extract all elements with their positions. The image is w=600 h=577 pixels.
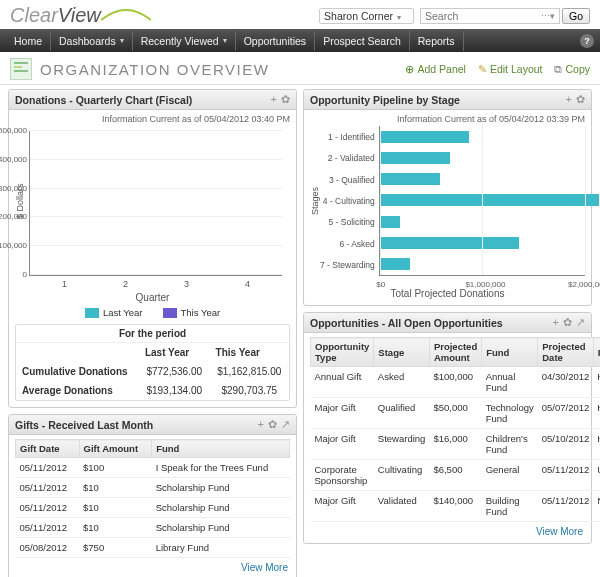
table-row: Cumulative Donations$772,536.00$1,162,81… xyxy=(16,362,289,381)
arrow-icon[interactable]: ↗ xyxy=(576,316,585,329)
col-stage[interactable]: Stage xyxy=(374,338,430,367)
gifts-table: Gift Date Gift Amount Fund 05/11/2012$10… xyxy=(15,439,290,558)
table-row[interactable]: 05/11/2012$100I Speak for the Trees Fund xyxy=(16,458,290,478)
legend-this-year: This Year xyxy=(163,307,221,318)
plus-icon: ⊕ xyxy=(405,63,414,76)
panel-donations: Donations - Quarterly Chart (Fiscal) +✿ … xyxy=(8,89,297,408)
main-nav: Home Dashboards▾ Recently Viewed▾ Opport… xyxy=(0,29,600,52)
table-row[interactable]: Major GiftStewarding$16,000Children's Fu… xyxy=(311,429,601,460)
donations-summary-table: For the period Last YearThis Year Cumula… xyxy=(15,324,290,401)
user-name: Sharon Corner xyxy=(324,10,393,22)
page-title: ORGANIZATION OVERVIEW xyxy=(40,61,269,78)
gear-icon[interactable]: ✿ xyxy=(281,93,290,106)
panel-header: Gifts - Received Last Month +✿↗ xyxy=(9,415,296,435)
dashboard: Donations - Quarterly Chart (Fiscal) +✿ … xyxy=(0,85,600,577)
chart-plot: 0100,000200,000300,000400,000500,0001234 xyxy=(29,131,282,276)
info-current: Information Current as of 05/04/2012 03:… xyxy=(15,114,290,124)
col-amount[interactable]: Projected Amount xyxy=(429,338,481,367)
view-more-link[interactable]: View More xyxy=(15,558,290,573)
col-fund[interactable]: Fund xyxy=(152,440,290,458)
panel-header: Donations - Quarterly Chart (Fiscal) +✿ xyxy=(9,90,296,110)
view-more-link[interactable]: View More xyxy=(310,522,585,537)
y-axis-label: Stages xyxy=(310,187,320,215)
panel-open-opportunities: Opportunities - All Open Opportunities +… xyxy=(303,312,592,544)
left-column: Donations - Quarterly Chart (Fiscal) +✿ … xyxy=(8,89,297,577)
table-row: Average Donations$193,134.00$290,703.75 xyxy=(16,381,289,400)
open-opportunities-table: Opportunity Type Stage Projected Amount … xyxy=(310,337,600,522)
col-gift-amount[interactable]: Gift Amount xyxy=(79,440,152,458)
table-row[interactable]: Major GiftValidated$140,000Building Fund… xyxy=(311,491,601,522)
col-gift-date[interactable]: Gift Date xyxy=(16,440,80,458)
header-controls: Sharon Corner ⋯▾ Go xyxy=(319,8,590,24)
nav-opportunities[interactable]: Opportunities xyxy=(236,31,315,51)
summary-period: For the period xyxy=(16,325,289,343)
x-axis-label: Quarter xyxy=(15,292,290,303)
panel-header: Opportunity Pipeline by Stage +✿ xyxy=(304,90,591,110)
gear-icon[interactable]: ✿ xyxy=(563,316,572,329)
panel-title: Gifts - Received Last Month xyxy=(15,419,258,431)
nav-home[interactable]: Home xyxy=(6,31,51,51)
user-dropdown[interactable]: Sharon Corner xyxy=(319,8,414,24)
edit-layout-button[interactable]: ✎Edit Layout xyxy=(478,63,543,76)
panel-gifts: Gifts - Received Last Month +✿↗ Gift Dat… xyxy=(8,414,297,577)
table-row[interactable]: Major GiftQualified$50,000Technology Fun… xyxy=(311,398,601,429)
panel-header: Opportunities - All Open Opportunities +… xyxy=(304,313,591,333)
add-icon[interactable]: + xyxy=(271,93,277,106)
table-row[interactable]: 05/11/2012$10Scholarship Fund xyxy=(16,478,290,498)
table-row[interactable]: Corporate SponsorshipCultivating$6,500Ge… xyxy=(311,460,601,491)
gear-icon[interactable]: ✿ xyxy=(268,418,277,431)
arrow-icon[interactable]: ↗ xyxy=(281,418,290,431)
x-axis-label: Total Projected Donations xyxy=(310,288,585,299)
chart-plot: $0$1,000,000$2,000,000 xyxy=(379,126,585,276)
add-icon[interactable]: + xyxy=(566,93,572,106)
col-type[interactable]: Opportunity Type xyxy=(311,338,374,367)
right-column: Opportunity Pipeline by Stage +✿ Informa… xyxy=(303,89,592,577)
pencil-icon: ✎ xyxy=(478,63,487,76)
panel-pipeline: Opportunity Pipeline by Stage +✿ Informa… xyxy=(303,89,592,306)
y-axis-label: $ Dollars xyxy=(15,126,25,276)
panel-title: Opportunity Pipeline by Stage xyxy=(310,94,566,106)
panel-title: Opportunities - All Open Opportunities xyxy=(310,317,553,329)
info-current: Information Current as of 05/04/2012 03:… xyxy=(310,114,585,124)
table-row[interactable]: Annual GiftAsked$100,000Annual Fund04/30… xyxy=(311,367,601,398)
help-icon[interactable]: ? xyxy=(580,34,594,48)
legend-last-year: Last Year xyxy=(85,307,143,318)
table-row: Last YearThis Year xyxy=(16,343,289,362)
overview-icon xyxy=(10,58,32,80)
search-input[interactable] xyxy=(425,10,525,22)
table-row[interactable]: 05/11/2012$10Scholarship Fund xyxy=(16,498,290,518)
chevron-down-icon: ▾ xyxy=(223,36,227,45)
nav-dashboards[interactable]: Dashboards▾ xyxy=(51,31,133,51)
nav-prospect-search[interactable]: Prospect Search xyxy=(315,31,410,51)
brand-part-1: Clear xyxy=(10,4,58,27)
copy-icon: ⧉ xyxy=(554,63,562,76)
panel-title: Donations - Quarterly Chart (Fiscal) xyxy=(15,94,271,106)
add-panel-button[interactable]: ⊕Add Panel xyxy=(405,63,465,76)
col-fund[interactable]: Fund xyxy=(482,338,538,367)
search-box[interactable]: ⋯▾ xyxy=(420,8,560,24)
chevron-down-icon: ▾ xyxy=(120,36,124,45)
go-button[interactable]: Go xyxy=(562,8,590,24)
logo-swoosh-icon xyxy=(101,6,151,22)
brand-part-2: View xyxy=(58,4,101,27)
col-priority[interactable]: Priority xyxy=(593,338,600,367)
page-actions: ⊕Add Panel ✎Edit Layout ⧉Copy xyxy=(405,63,590,76)
brand-logo: ClearView xyxy=(10,4,151,27)
nav-reports[interactable]: Reports xyxy=(410,31,464,51)
add-icon[interactable]: + xyxy=(553,316,559,329)
table-row[interactable]: 05/11/2012$10Scholarship Fund xyxy=(16,518,290,538)
gear-icon[interactable]: ✿ xyxy=(576,93,585,106)
app-header: ClearView Sharon Corner ⋯▾ Go xyxy=(0,0,600,29)
pipeline-chart: Stages 1 - Identified2 - Validated3 - Qu… xyxy=(310,126,585,276)
table-row[interactable]: 05/08/2012$750Library Fund xyxy=(16,538,290,558)
search-options-icon[interactable]: ⋯▾ xyxy=(541,11,555,21)
nav-recently-viewed[interactable]: Recently Viewed▾ xyxy=(133,31,236,51)
chart-legend: Last Year This Year xyxy=(15,307,290,318)
search-wrap: ⋯▾ Go xyxy=(420,8,590,24)
add-icon[interactable]: + xyxy=(258,418,264,431)
copy-button[interactable]: ⧉Copy xyxy=(554,63,590,76)
page-title-bar: ORGANIZATION OVERVIEW ⊕Add Panel ✎Edit L… xyxy=(0,52,600,85)
donations-chart: $ Dollars 0100,000200,000300,000400,0005… xyxy=(15,126,290,276)
col-date[interactable]: Projected Date xyxy=(538,338,594,367)
pipeline-categories: 1 - Identified2 - Validated3 - Qualified… xyxy=(320,126,379,276)
